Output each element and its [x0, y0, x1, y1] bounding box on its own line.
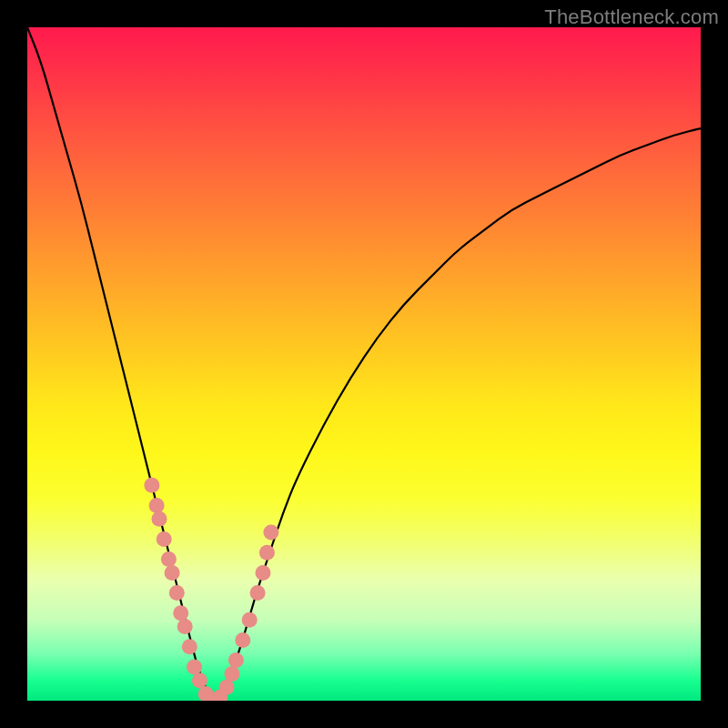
marker-dot: [187, 660, 202, 675]
marker-dot: [177, 619, 193, 634]
plot-area: [27, 27, 701, 701]
marker-dot: [149, 498, 165, 513]
marker-dot: [242, 612, 258, 628]
watermark-text: TheBottleneck.com: [544, 5, 719, 29]
marker-dot: [192, 672, 207, 688]
marker-dot: [250, 585, 266, 601]
marker-dot: [152, 511, 167, 527]
marker-dot: [144, 478, 159, 493]
curve-markers: [144, 478, 278, 701]
marker-dot: [165, 565, 180, 581]
chart-svg: [27, 27, 701, 701]
marker-dot: [169, 585, 185, 601]
marker-dot: [225, 666, 240, 682]
bottleneck-curve: [27, 27, 701, 699]
marker-dot: [259, 545, 275, 561]
marker-dot: [173, 605, 188, 621]
marker-dot: [263, 525, 278, 541]
marker-dot: [157, 531, 172, 547]
marker-dot: [235, 632, 250, 648]
chart-frame: TheBottleneck.com: [0, 0, 728, 728]
marker-dot: [182, 639, 197, 654]
marker-dot: [256, 565, 271, 581]
marker-dot: [228, 652, 244, 668]
marker-dot: [219, 680, 235, 695]
marker-dot: [161, 551, 177, 567]
